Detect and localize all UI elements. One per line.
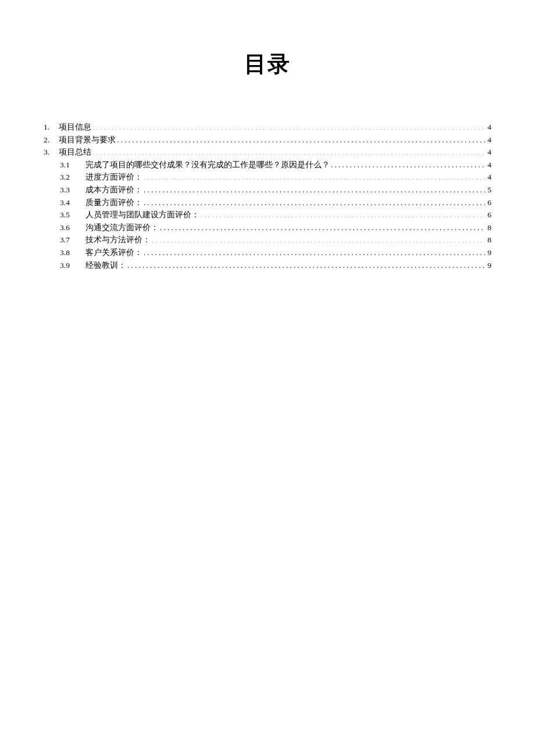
toc-page-number: 8 [486,221,491,234]
toc-leader-dots [160,222,485,230]
toc-number: 3. [44,146,59,159]
toc-page-number: 8 [486,234,491,246]
toc-label: 人员管理与团队建设方面评价： [85,209,199,221]
toc-entry[interactable]: 3.8客户关系评价：9 [44,246,491,259]
toc-label: 质量方面评价： [85,196,142,209]
toc-label: 客户关系评价： [85,246,142,259]
toc-leader-dots [144,184,485,192]
toc-page-number: 9 [486,246,491,259]
toc-number: 3.3 [60,184,85,196]
toc-entry[interactable]: 3.7技术与方法评价：8 [44,234,491,246]
page-title: 目录 [44,49,491,79]
toc-number: 3.6 [60,221,85,234]
toc-label: 沟通交流方面评价： [85,221,159,234]
toc-entry[interactable]: 3.项目总结4 [44,146,491,159]
toc-leader-dots [201,210,485,218]
toc-leader-dots [144,197,485,205]
toc-label: 经验教训： [85,259,126,272]
toc-number: 3.7 [60,234,85,246]
toc-leader-dots [331,159,485,167]
toc-leader-dots [144,247,485,255]
toc-leader-dots [117,134,485,142]
toc-page-number: 4 [486,146,491,159]
toc-entry[interactable]: 3.9经验教训：9 [44,259,491,272]
toc-label: 项目总结 [59,146,91,159]
toc-page-number: 6 [486,196,491,209]
toc-number: 3.5 [60,209,85,221]
toc-page-number: 4 [486,159,491,171]
toc-entry[interactable]: 3.4质量方面评价：6 [44,196,491,209]
toc-entry[interactable]: 3.5人员管理与团队建设方面评价：6 [44,209,491,221]
toc-entry[interactable]: 1.项目信息4 [44,121,491,134]
toc-number: 3.8 [60,246,85,259]
toc-entry[interactable]: 3.1完成了项目的哪些交付成果？没有完成的工作是哪些？原因是什么？4 [44,159,491,171]
toc-leader-dots [152,235,485,243]
toc-entry[interactable]: 3.3成本方面评价：5 [44,184,491,196]
toc-label: 进度方面评价： [85,171,142,184]
toc-entry[interactable]: 2.项目背景与要求4 [44,134,491,146]
toc-number: 1. [44,121,59,134]
toc-number: 3.9 [60,259,85,272]
toc-number: 3.1 [60,159,85,171]
toc-label: 技术与方法评价： [85,234,151,246]
toc-number: 3.4 [60,196,85,209]
toc-leader-dots [144,172,485,180]
toc-label: 项目背景与要求 [59,134,116,146]
toc-page-number: 4 [486,121,491,134]
toc-page-number: 9 [486,259,491,272]
toc-number: 2. [44,134,59,146]
table-of-contents: 1.项目信息42.项目背景与要求43.项目总结43.1完成了项目的哪些交付成果？… [44,121,491,271]
toc-number: 3.2 [60,171,85,184]
toc-entry[interactable]: 3.2进度方面评价：4 [44,171,491,184]
toc-leader-dots [92,122,485,130]
toc-label: 完成了项目的哪些交付成果？没有完成的工作是哪些？原因是什么？ [85,159,330,171]
toc-page-number: 6 [486,209,491,221]
toc-leader-dots [92,147,485,155]
toc-label: 项目信息 [59,121,91,134]
toc-label: 成本方面评价： [85,184,142,196]
toc-page-number: 4 [486,134,491,146]
toc-entry[interactable]: 3.6沟通交流方面评价：8 [44,221,491,234]
toc-page-number: 5 [486,184,491,196]
toc-leader-dots [127,260,485,268]
toc-page-number: 4 [486,171,491,184]
